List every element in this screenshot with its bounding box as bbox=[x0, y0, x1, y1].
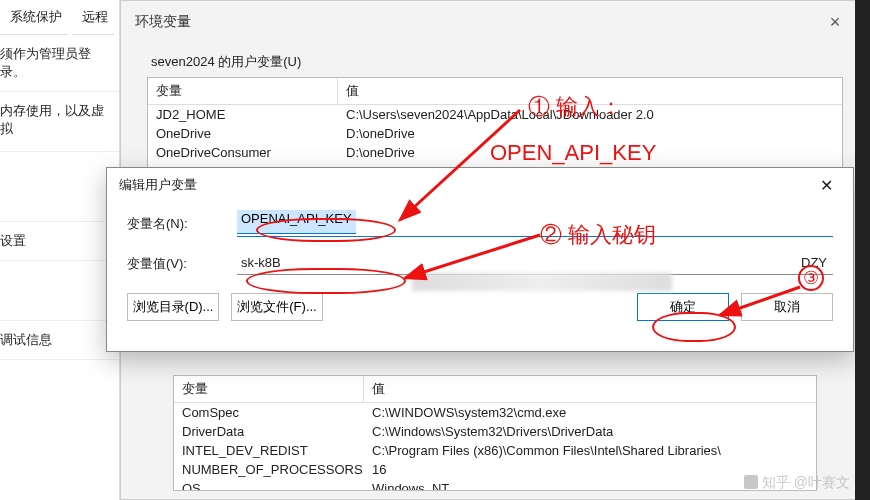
var-name-label: 变量名(N): bbox=[127, 215, 237, 233]
hdr-val[interactable]: 值 bbox=[364, 376, 816, 402]
cell-val: C:\WINDOWS\system32\cmd.exe bbox=[364, 403, 816, 422]
cell-var: NUMBER_OF_PROCESSORS bbox=[174, 460, 364, 479]
close-icon[interactable]: ✕ bbox=[811, 176, 841, 195]
cell-var: OneDriveConsumer bbox=[148, 143, 338, 162]
cell-val: C:\Program Files (x86)\Common Files\Inte… bbox=[364, 441, 816, 460]
masked-value bbox=[412, 273, 672, 291]
var-name-field: 变量名(N): OPENAI_API_KEY bbox=[107, 202, 853, 245]
var-name-input[interactable]: OPENAI_API_KEY bbox=[237, 210, 356, 234]
tab-remote[interactable]: 远程 bbox=[72, 0, 114, 35]
right-dark-edge bbox=[855, 0, 870, 500]
env-title: 环境变量 bbox=[135, 13, 191, 31]
var-value-input[interactable]: sk-k8B DZY bbox=[237, 253, 833, 275]
cell-var: JD2_HOME bbox=[148, 105, 338, 124]
cell-val: C:\Users\seven2024\AppData\Local\JDownlo… bbox=[338, 105, 842, 124]
user-vars-label: seven2024 的用户变量(U) bbox=[121, 43, 869, 77]
hdr-var[interactable]: 变量 bbox=[148, 78, 338, 104]
user-vars-list[interactable]: 变量 值 JD2_HOMEC:\Users\seven2024\AppData\… bbox=[147, 77, 843, 169]
debug-row[interactable]: 调试信息 bbox=[0, 321, 119, 360]
cell-val: D:\oneDrive bbox=[338, 124, 842, 143]
tab-system-protect[interactable]: 系统保护 bbox=[0, 0, 68, 35]
table-row[interactable]: OneDriveConsumerD:\oneDrive bbox=[148, 143, 842, 162]
var-value-label: 变量值(V): bbox=[127, 255, 237, 273]
browse-file-button[interactable]: 浏览文件(F)... bbox=[231, 293, 323, 321]
watermark: 知乎 @叶赛文 bbox=[744, 474, 850, 492]
mem-note: 内存使用，以及虚拟 bbox=[0, 92, 119, 152]
settings-row[interactable]: 设置 bbox=[0, 222, 119, 261]
system-vars-list[interactable]: 变量 值 ComSpecC:\WINDOWS\system32\cmd.exe … bbox=[173, 375, 817, 491]
hdr-var[interactable]: 变量 bbox=[174, 376, 364, 402]
watermark-text: 知乎 @叶赛文 bbox=[762, 474, 850, 490]
edit-title: 编辑用户变量 bbox=[119, 176, 197, 194]
ok-button[interactable]: 确定 bbox=[637, 293, 729, 321]
cell-var: ComSpec bbox=[174, 403, 364, 422]
table-row[interactable]: OSWindows_NT bbox=[174, 479, 816, 491]
blank-row bbox=[0, 152, 119, 222]
close-icon[interactable]: × bbox=[815, 12, 855, 33]
svg-rect-3 bbox=[744, 475, 758, 489]
table-row[interactable]: INTEL_DEV_REDISTC:\Program Files (x86)\C… bbox=[174, 441, 816, 460]
table-row[interactable]: DriverDataC:\Windows\System32\Drivers\Dr… bbox=[174, 422, 816, 441]
cancel-button[interactable]: 取消 bbox=[741, 293, 833, 321]
edit-user-var-dialog: 编辑用户变量 ✕ 变量名(N): OPENAI_API_KEY 变量值(V): … bbox=[106, 167, 854, 352]
browse-dir-button[interactable]: 浏览目录(D)... bbox=[127, 293, 219, 321]
list-header: 变量 值 bbox=[174, 376, 816, 403]
table-row[interactable]: NUMBER_OF_PROCESSORS16 bbox=[174, 460, 816, 479]
cell-val: C:\Windows\System32\Drivers\DriverData bbox=[364, 422, 816, 441]
env-titlebar: 环境变量 × bbox=[121, 1, 869, 43]
cell-var: DriverData bbox=[174, 422, 364, 441]
cell-val: D:\oneDrive bbox=[338, 143, 842, 162]
zhihu-icon bbox=[744, 475, 758, 489]
value-suffix: DZY bbox=[801, 255, 827, 270]
sysprops-left-strip: 系统保护 远程 须作为管理员登录。 内存使用，以及虚拟 设置 调试信息 bbox=[0, 0, 120, 500]
table-row[interactable]: ComSpecC:\WINDOWS\system32\cmd.exe bbox=[174, 403, 816, 422]
hdr-val[interactable]: 值 bbox=[338, 78, 842, 104]
table-row[interactable]: OneDriveD:\oneDrive bbox=[148, 124, 842, 143]
blank-row2 bbox=[0, 261, 119, 321]
edit-titlebar: 编辑用户变量 ✕ bbox=[107, 168, 853, 202]
list-header: 变量 值 bbox=[148, 78, 842, 105]
value-prefix: sk-k8B bbox=[241, 255, 281, 270]
admin-note: 须作为管理员登录。 bbox=[0, 35, 119, 92]
cell-var: INTEL_DEV_REDIST bbox=[174, 441, 364, 460]
cell-var: OS bbox=[174, 479, 364, 491]
cell-var: OneDrive bbox=[148, 124, 338, 143]
table-row[interactable]: JD2_HOMEC:\Users\seven2024\AppData\Local… bbox=[148, 105, 842, 124]
